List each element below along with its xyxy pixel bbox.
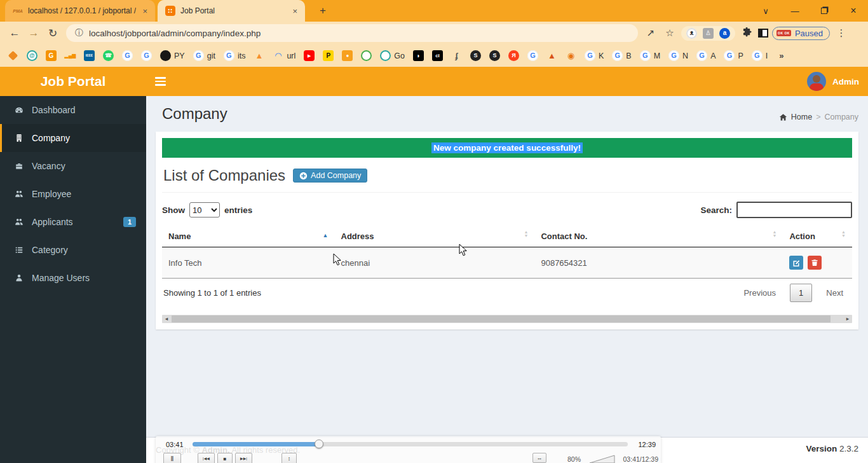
delete-button[interactable] xyxy=(808,256,822,270)
bookmark-godaddy[interactable]: @ xyxy=(27,50,37,61)
sidebar-item-manage-users[interactable]: Manage Users xyxy=(0,264,146,292)
bookmark-google-i[interactable]: G I xyxy=(752,50,768,61)
bookmark-green-ring[interactable] xyxy=(361,50,372,61)
bookmark-google-a[interactable]: G A xyxy=(696,50,715,61)
user-menu[interactable]: Admin xyxy=(807,67,859,96)
column-header-name[interactable]: Name▲ xyxy=(162,226,335,247)
previous-page-button[interactable]: Previous xyxy=(735,284,785,301)
url-icon: ◠ xyxy=(273,50,283,61)
sidebar-item-applicants[interactable]: Applicants 1 xyxy=(0,208,146,236)
sidebar-toggle-icon[interactable] xyxy=(146,67,174,96)
horizontal-scrollbar[interactable]: ◂ ▸ xyxy=(162,315,852,323)
bookmark-diamond[interactable] xyxy=(8,50,18,61)
bookmark-camera[interactable]: ● xyxy=(342,50,353,61)
bookmark-google-b[interactable]: G B xyxy=(612,50,631,61)
pause-button[interactable]: Ⅱ xyxy=(163,453,181,463)
bookmark-url[interactable]: ◠ url xyxy=(273,50,295,61)
forward-icon[interactable]: → xyxy=(24,27,43,39)
brand-logo[interactable]: Job Portal xyxy=(0,67,146,96)
current-page-button[interactable]: 1 xyxy=(790,284,812,302)
close-window-icon[interactable]: × xyxy=(839,5,868,17)
bookmark-google-git[interactable]: G git xyxy=(193,50,215,61)
s-dark-2-icon: S xyxy=(489,50,500,61)
column-header-action[interactable]: Action▲▼ xyxy=(783,226,852,247)
sidebar-item-vacancy[interactable]: Vacancy xyxy=(0,152,146,180)
next-frame-button[interactable]: ▶▶| xyxy=(235,453,252,463)
page-size-select[interactable]: 10 xyxy=(189,202,220,218)
stop-button[interactable]: ■ xyxy=(217,453,233,463)
bookmark-google-3[interactable]: G xyxy=(527,50,538,61)
sidebar-item-company[interactable]: Company xyxy=(0,124,146,152)
next-page-button[interactable]: Next xyxy=(817,284,852,301)
tab-phpmyadmin[interactable]: PMA localhost / 127.0.0.1 / jobportal / … xyxy=(5,0,155,22)
scroll-right-icon[interactable]: ▸ xyxy=(843,315,852,323)
bookmark-youtube[interactable]: ▶ xyxy=(304,50,315,61)
bookmark-duck[interactable]: ◗ xyxy=(413,50,424,61)
bookmark-google-m[interactable]: G M xyxy=(640,50,660,61)
bookmark-google-its[interactable]: G its xyxy=(224,50,246,61)
scroll-left-icon[interactable]: ◂ xyxy=(162,315,171,323)
bookmark-ieee[interactable]: IEEE xyxy=(84,50,95,61)
bookmark-yandex[interactable]: Я xyxy=(508,50,519,61)
new-tab-button[interactable]: + xyxy=(315,4,330,19)
tab-search-icon[interactable]: ∨ xyxy=(751,6,780,16)
bookmark-star-icon[interactable]: ☆ xyxy=(662,27,677,39)
edit-button[interactable] xyxy=(789,256,803,270)
bookmark-google-n[interactable]: G N xyxy=(668,50,688,61)
bookmark-google-2[interactable]: G xyxy=(141,50,152,61)
bookmark-orange-app[interactable]: G xyxy=(46,50,57,61)
sidebar-item-employee[interactable]: Employee xyxy=(0,180,146,208)
bookmark-google-k[interactable]: G K xyxy=(585,50,604,61)
extension-panda[interactable]: ᴥ xyxy=(686,28,697,39)
back-icon[interactable]: ← xyxy=(5,27,24,39)
bookmark-overflow[interactable]: » xyxy=(776,50,787,61)
bookmark-github-py[interactable]: PY xyxy=(160,50,185,61)
search-input[interactable] xyxy=(736,202,852,218)
bookmark-cl[interactable]: cl xyxy=(432,50,443,61)
seek-handle[interactable] xyxy=(315,439,323,448)
bookmark-matlab[interactable]: ▲ xyxy=(546,50,557,61)
google-3-icon: G xyxy=(527,50,538,61)
close-tab-icon[interactable]: × xyxy=(291,6,299,16)
bookmark-eye[interactable]: ◉ xyxy=(566,50,576,61)
bookmark-s-dark-2[interactable]: S xyxy=(489,50,500,61)
bookmark-p-app[interactable]: P xyxy=(323,50,334,61)
close-tab-icon[interactable]: × xyxy=(141,6,149,16)
reading-mode-icon[interactable] xyxy=(758,29,768,38)
bookmark-analytics[interactable]: ▂▄▆ xyxy=(65,50,76,61)
extension-adguard[interactable]: a xyxy=(719,28,730,39)
extension-screenshot[interactable]: ♙ xyxy=(703,28,714,39)
seek-bar[interactable] xyxy=(193,442,628,446)
site-info-icon[interactable]: ⓘ xyxy=(75,27,83,39)
breadcrumb-home-link[interactable]: Home xyxy=(791,113,812,121)
minimize-icon[interactable]: — xyxy=(780,6,810,16)
maximize-icon[interactable] xyxy=(810,6,839,16)
p-app-icon: P xyxy=(323,50,334,61)
sidebar-item-dashboard[interactable]: Dashboard xyxy=(0,96,146,124)
bookmark-go[interactable]: Go xyxy=(380,50,405,61)
column-header-contact-no-[interactable]: Contact No.▲▼ xyxy=(534,226,783,247)
bookmark-s-dark-1[interactable]: S xyxy=(470,50,481,61)
share-icon[interactable]: ↗ xyxy=(643,27,658,39)
volume-wedge-icon[interactable] xyxy=(590,455,615,463)
bookmark-runner[interactable]: ʄ xyxy=(451,50,462,61)
page-title: Company xyxy=(162,105,858,123)
extensions-puzzle-icon[interactable] xyxy=(739,27,754,39)
sync-paused-button[interactable]: OK OK Paused xyxy=(772,27,830,40)
add-company-button[interactable]: Add Company xyxy=(293,169,367,183)
previous-frame-button[interactable]: |◀◀ xyxy=(198,453,215,463)
column-header-address[interactable]: Address▲▼ xyxy=(335,226,535,247)
sort-icon: ▲▼ xyxy=(772,230,776,238)
misc-button[interactable]: ↕ xyxy=(281,453,297,463)
fit-button[interactable]: ↔ xyxy=(532,453,546,463)
bookmark-whatsapp[interactable]: ☎ xyxy=(103,50,114,61)
tab-job-portal[interactable]: ∷ Job Portal × xyxy=(158,0,305,22)
reload-icon[interactable]: ↻ xyxy=(43,27,62,40)
bookmark-google-p[interactable]: G P xyxy=(724,50,743,61)
bookmark-google[interactable]: G xyxy=(122,50,133,61)
browser-menu-icon[interactable]: ⋮ xyxy=(834,27,849,39)
sidebar-item-category[interactable]: Category xyxy=(0,236,146,264)
bookmark-phpmyadmin[interactable]: ▲ xyxy=(254,50,264,61)
address-bar[interactable]: ⓘ localhost/jobportal/admin/company/inde… xyxy=(66,24,638,42)
scrollbar-thumb[interactable] xyxy=(172,315,831,322)
